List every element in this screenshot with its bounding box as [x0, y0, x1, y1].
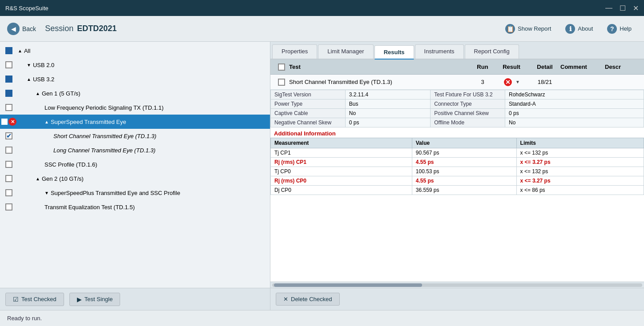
check-cell-superspeed[interactable]: ✕	[0, 118, 18, 126]
scrollbar-track[interactable]	[272, 283, 642, 287]
label-all: All	[24, 48, 266, 54]
measure-limits-rjcp1: x <= 3.27 ps	[516, 158, 644, 167]
arrow-usb20: ▼	[27, 63, 31, 68]
scrollbar-thumb[interactable]	[274, 283, 422, 287]
info-value-power: Bus	[345, 99, 430, 109]
checkbox-superspeed[interactable]	[1, 119, 8, 125]
test-checked-button[interactable]: ☑ Test Checked	[5, 293, 64, 306]
info-row-3: Captive Cable No Positive Channel Skew 0…	[271, 109, 644, 118]
check-cell-lowfreq[interactable]	[0, 104, 18, 111]
tree-item-superspeedplus[interactable]: ▼ SuperSpeedPlus Transmitted Eye and SSC…	[0, 186, 270, 200]
tree-item-ssc[interactable]: SSC Profile (TD.1.6)	[0, 157, 270, 171]
test-single-icon: ▶	[77, 296, 82, 303]
show-report-button[interactable]: 📋 Show Report	[500, 21, 556, 36]
tab-limit-manager[interactable]: Limit Manager	[318, 44, 373, 59]
check-cell-usb20[interactable]	[0, 61, 18, 68]
measure-value-tjcp1: 90.567 ps	[412, 148, 516, 158]
tree-item-longchan[interactable]: Long Channel Transmitted Eye (TD.1.3)	[0, 143, 270, 157]
info-value-cable: No	[345, 109, 430, 118]
back-icon: ◀	[7, 23, 20, 35]
test-checked-icon: ☑	[13, 296, 19, 303]
main-area: ▲ All ▼ USB 2.0 ▲ USB 3.2	[0, 42, 644, 310]
info-label-offline: Offline Mode	[431, 118, 505, 127]
tree-item-gen2[interactable]: ▲ Gen 2 (10 GT/s)	[0, 171, 270, 186]
tree-item-shortchan[interactable]: ✔ Short Channel Transmitted Eye (TD.1.3)	[0, 129, 270, 143]
session-name: EDTD2021	[77, 24, 117, 33]
measure-name-tjcp1: Tj CP1	[271, 148, 412, 158]
checkbox-ssc[interactable]	[5, 161, 12, 168]
checkbox-usb20[interactable]	[5, 61, 12, 68]
tree-item-transmiteq[interactable]: Transmit Equalization Test (TD.1.5)	[0, 200, 270, 214]
row-checkbox-1[interactable]	[278, 79, 285, 86]
arrow-usb32: ▲	[27, 77, 31, 82]
test-single-label: Test Single	[85, 296, 113, 302]
row-check-1[interactable]	[274, 79, 289, 86]
checkbox-all[interactable]	[5, 47, 12, 54]
back-button[interactable]: ◀ Back	[7, 23, 36, 35]
tree-item-lowfreq[interactable]: Low Frequency Periodic Signaling TX (TD.…	[0, 100, 270, 115]
tab-instruments[interactable]: Instruments	[415, 44, 464, 59]
header-detail: Detail	[529, 64, 560, 70]
additional-info-title: Additional Information	[270, 127, 644, 138]
window-controls[interactable]: — ☐ ✕	[605, 4, 639, 12]
delete-checked-button[interactable]: ✕ Delete Checked	[276, 293, 340, 306]
tree-item-gen1[interactable]: ▲ Gen 1 (5 GT/s)	[0, 86, 270, 100]
show-report-label: Show Report	[518, 25, 551, 32]
test-tree[interactable]: ▲ All ▼ USB 2.0 ▲ USB 3.2	[0, 42, 270, 288]
header-check[interactable]	[274, 64, 289, 71]
about-button[interactable]: ℹ About	[560, 21, 598, 36]
measure-limits-tjcp0: x <= 132 ps	[516, 167, 644, 176]
measure-table: Measurement Value Limits Tj CP1 90.567 p…	[270, 138, 644, 195]
check-cell-gen2[interactable]	[0, 175, 18, 182]
checkbox-lowfreq[interactable]	[5, 104, 12, 111]
tree-item-all[interactable]: ▲ All	[0, 44, 270, 58]
tree-item-superspeed[interactable]: ✕ ▲ SuperSpeed Transmitted Eye	[0, 115, 270, 129]
horizontal-scrollbar[interactable]	[270, 282, 644, 288]
row-result-1: ✕ ▼	[494, 77, 529, 87]
checkbox-superspeedplus[interactable]	[5, 189, 12, 196]
minimize-button[interactable]: —	[605, 4, 612, 12]
header-desc: Descr	[605, 64, 640, 70]
measure-limits-djcp0: x <= 86 ps	[516, 186, 644, 195]
error-badge-superspeed: ✕	[8, 118, 16, 126]
label-transmiteq: Transmit Equalization Test (TD.1.5)	[44, 204, 266, 211]
info-value-offline: No	[505, 118, 644, 127]
checkbox-longchan[interactable]	[5, 147, 12, 154]
check-cell-longchan[interactable]	[0, 147, 18, 154]
check-cell-gen1[interactable]	[0, 90, 18, 97]
checkbox-transmiteq[interactable]	[5, 203, 12, 211]
check-cell-usb32[interactable]	[0, 76, 18, 83]
check-cell-all[interactable]	[0, 47, 18, 54]
restore-button[interactable]: ☐	[620, 4, 626, 12]
tree-item-usb32[interactable]: ▲ USB 3.2	[0, 72, 270, 86]
select-all-checkbox[interactable]	[278, 64, 285, 71]
check-cell-ssc[interactable]	[0, 161, 18, 168]
label-ssc: SSC Profile (TD.1.6)	[44, 161, 266, 168]
arrow-all: ▲	[18, 48, 22, 53]
arrow-gen1: ▲	[36, 91, 40, 96]
label-gen2: Gen 2 (10 GT/s)	[42, 175, 266, 182]
tab-results[interactable]: Results	[374, 45, 414, 60]
test-single-button[interactable]: ▶ Test Single	[69, 293, 121, 306]
tree-item-usb20[interactable]: ▼ USB 2.0	[0, 58, 270, 72]
check-cell-shortchan[interactable]: ✔	[0, 132, 18, 139]
check-cell-superspeedplus[interactable]	[0, 189, 18, 196]
check-cell-transmiteq[interactable]	[0, 203, 18, 211]
help-button[interactable]: ? Help	[602, 21, 637, 36]
checkmark-shortchan: ✔	[6, 132, 12, 139]
checkbox-shortchan[interactable]: ✔	[5, 132, 12, 139]
back-label: Back	[22, 25, 36, 32]
label-gen1: Gen 1 (5 GT/s)	[42, 90, 266, 97]
tab-properties[interactable]: Properties	[272, 44, 317, 59]
checkbox-gen2[interactable]	[5, 175, 12, 182]
label-superspeedplus: SuperSpeedPlus Transmitted Eye and SSC P…	[51, 190, 266, 196]
checkbox-gen1[interactable]	[5, 90, 12, 97]
info-label-negskew: Negative Channel Skew	[271, 118, 346, 127]
close-button[interactable]: ✕	[633, 4, 639, 12]
checkbox-usb32[interactable]	[5, 76, 12, 83]
result-dropdown-arrow[interactable]: ▼	[515, 80, 520, 84]
result-row-1[interactable]: Short Channel Transmitted Eye (TD.1.3) 3…	[270, 75, 644, 90]
tab-report-config[interactable]: Report Config	[465, 44, 519, 59]
info-label-cable: Captive Cable	[271, 109, 346, 118]
right-panel: Properties Limit Manager Results Instrum…	[270, 42, 644, 310]
